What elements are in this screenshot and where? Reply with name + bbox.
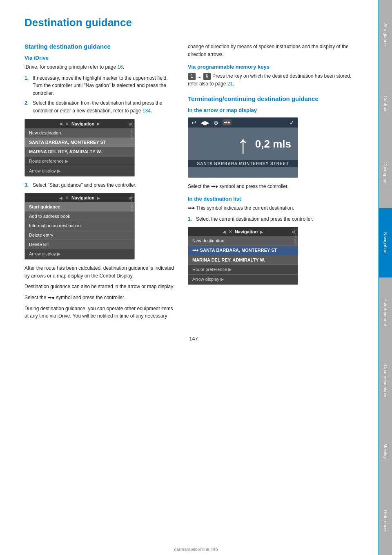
nav-screen-1: ◀ ✕ Navigation ▶ ⊕ New destination SANTA… — [24, 119, 135, 177]
map-distance-value: 0,2 mls — [255, 137, 291, 150]
section-heading-terminating: Terminating/continuing destination guida… — [188, 95, 363, 102]
map-audio-icon: ◀▶ — [200, 119, 209, 126]
programmable-text: 1 ... 6 Press the key on which the desir… — [188, 72, 363, 87]
after-route-text-2: Destination guidance can also be started… — [24, 283, 176, 291]
idrive-intro: iDrive, for operating principle refer to… — [24, 63, 176, 71]
sidebar-item-at-a-glance[interactable]: At a glance — [379, 0, 392, 69]
nav-item-santa-barbara-1[interactable]: SANTA BARBARA, MONTERREY ST — [25, 138, 134, 147]
nav-item-marina-3[interactable]: MARINA DEL REY, ADMIRALTY W. — [188, 255, 298, 265]
two-column-layout: Starting destination guidance Via iDrive… — [24, 43, 363, 323]
sidebar-item-navigation[interactable]: Navigation — [379, 208, 392, 278]
nav-screen-1-header: ◀ ✕ Navigation ▶ ⊕ — [25, 119, 134, 128]
left-column: Starting destination guidance Via iDrive… — [24, 43, 176, 323]
page-title: Destination guidance — [24, 16, 363, 31]
main-content: Destination guidance Starting destinatio… — [0, 0, 379, 366]
right-column: change of direction by means of spoken i… — [188, 43, 363, 323]
page-number: 147 — [24, 336, 363, 350]
nav-item-arrow-display-3[interactable]: Arrow display — [188, 275, 298, 284]
after-route-text-3: Select the ➡● symbol and press the contr… — [24, 294, 176, 302]
nav-arrow-left-2-icon: ◀ — [59, 196, 62, 200]
nav-screen-2: ◀ ✕ Navigation ▶ ⊕ Start guidance Add to… — [24, 193, 135, 260]
nav-item-start-guidance[interactable]: Start guidance — [25, 202, 134, 212]
dest-symbol-3: ➡● — [188, 204, 195, 212]
nav-item-new-dest-1[interactable]: New destination — [25, 128, 134, 138]
bottom-watermark: carmanualsonline.info — [174, 547, 218, 552]
nav-arrow-right-3-icon: ▶ — [260, 230, 263, 234]
dest-symbol-1: ➡● — [48, 294, 55, 302]
watermark-2: CB-IWE-0104 — [131, 194, 134, 212]
section-heading-starting: Starting destination guidance — [24, 43, 176, 50]
dest-symbol-2: ➡● — [211, 183, 218, 190]
nav-item-marina-1[interactable]: MARINA DEL REY, ADMIRALTY W. — [25, 147, 134, 157]
arrow-display-instruction: Select the ➡● symbol and press the contr… — [188, 183, 363, 190]
after-route-text-4: During destination guidance, you can ope… — [24, 305, 176, 320]
side-tabs: At a glance Controls Driving tips Naviga… — [379, 0, 392, 555]
sidebar-item-mobility[interactable]: Mobility — [379, 416, 392, 486]
nav-screen-2-title: Navigation — [71, 195, 94, 200]
continued-text: change of direction by means of spoken i… — [188, 43, 363, 58]
map-return-icon: ↩ — [192, 119, 196, 126]
nav-item-delete-entry[interactable]: Delete entry — [25, 231, 134, 240]
map-distance-block: 0,2 mls — [255, 137, 291, 150]
nav-arrow-left-icon: ◀ — [59, 121, 62, 126]
step-2: 2. Select the destination from the desti… — [24, 99, 176, 114]
map-content: ↑ 0,2 mls — [188, 128, 298, 160]
nav-item-arrow-display-2[interactable]: Arrow display — [25, 249, 134, 259]
nav-item-add-address[interactable]: Add to address book — [25, 212, 134, 221]
sidebar-item-communications[interactable]: Communications — [379, 347, 392, 416]
sub-heading-via-idrive: Via iDrive — [24, 55, 176, 61]
map-menu-icon: ⊕ — [214, 119, 218, 126]
idrive-link[interactable]: 16 — [117, 64, 122, 70]
nav-item-route-pref-3[interactable]: Route preference — [188, 265, 298, 275]
sub-heading-programmable: Via programmable memory keys — [188, 64, 363, 70]
nav-item-new-dest-3[interactable]: New destination — [188, 236, 298, 246]
nav-screen-3-header: ◀ ✕ Navigation ▶ ⊕ — [188, 227, 298, 236]
nav-arrow-left-3-icon: ◀ — [223, 230, 226, 234]
map-top-bar: ↩ ◀▶ ⊕ ➡● ✓ — [188, 118, 298, 128]
sidebar-item-driving-tips[interactable]: Driving tips — [379, 139, 392, 208]
map-street-bar: SANTA BARBARA MONTERREY STREET — [188, 160, 298, 167]
nav-arrow-right-icon: ▶ — [97, 121, 100, 126]
nav-x-3-icon: ✕ — [228, 229, 232, 235]
nav-item-delete-list[interactable]: Delete list — [25, 240, 134, 249]
dest-list-symbol-text: ➡● This symbol indicates the current des… — [188, 204, 363, 212]
map-dest-icon: ➡● — [223, 119, 232, 125]
map-display: ↩ ◀▶ ⊕ ➡● ✓ ↑ 0,2 mls SANTA BARBARA MONT… — [188, 117, 298, 178]
step-3: 3. Select "Start guidance" and press the… — [24, 181, 176, 189]
sub-heading-arrow-display: In the arrow or map display — [188, 107, 363, 113]
sidebar-item-reference[interactable]: Reference — [379, 486, 392, 555]
nav-item-info-dest[interactable]: Information on destination — [25, 221, 134, 231]
sub-heading-dest-list: In the destination list — [188, 196, 363, 202]
nav-screen-3-title: Navigation — [235, 229, 258, 234]
mem-key-1: 1 — [188, 73, 196, 80]
nav-arrow-right-2-icon: ▶ — [97, 196, 100, 200]
nav-item-route-pref-1[interactable]: Route preference — [25, 157, 134, 166]
watermark-3: ZE-ZPF-0044 — [294, 228, 297, 245]
watermark-1: ZKP-0123-IWA — [131, 120, 134, 139]
direction-arrow-icon: ↑ — [237, 132, 249, 157]
page-134-link[interactable]: 134 — [143, 108, 151, 114]
nav-screen-3: ◀ ✕ Navigation ▶ ⊕ New destination ➡● SA… — [188, 227, 298, 285]
nav-x-icon: ✕ — [65, 121, 69, 127]
nav-x-2-icon: ✕ — [65, 195, 69, 201]
nav-screen-1-title: Navigation — [71, 121, 94, 126]
after-route-text-1: After the route has been calculated, des… — [24, 264, 176, 280]
map-check-icon: ✓ — [290, 119, 294, 126]
page-21-link[interactable]: 21 — [227, 81, 233, 87]
nav-item-current-dest[interactable]: ➡● SANTA BARBARA, MONTERREY ST — [188, 246, 298, 255]
steps-list-1: 1. If necessary, move the highlight mark… — [24, 74, 176, 115]
nav-screen-2-header: ◀ ✕ Navigation ▶ ⊕ — [25, 193, 134, 202]
steps-list-2: 3. Select "Start guidance" and press the… — [24, 181, 176, 189]
sidebar-item-controls[interactable]: Controls — [379, 69, 392, 139]
nav-item-arrow-display-1[interactable]: Arrow display — [25, 166, 134, 176]
dest-list-step-1: 1. Select the current destination and pr… — [188, 215, 363, 223]
step-1: 1. If necessary, move the highlight mark… — [24, 74, 176, 97]
dest-list-steps: 1. Select the current destination and pr… — [188, 215, 363, 223]
sidebar-item-entertainment[interactable]: Entertainment — [379, 278, 392, 347]
mem-key-6: 6 — [203, 73, 211, 80]
